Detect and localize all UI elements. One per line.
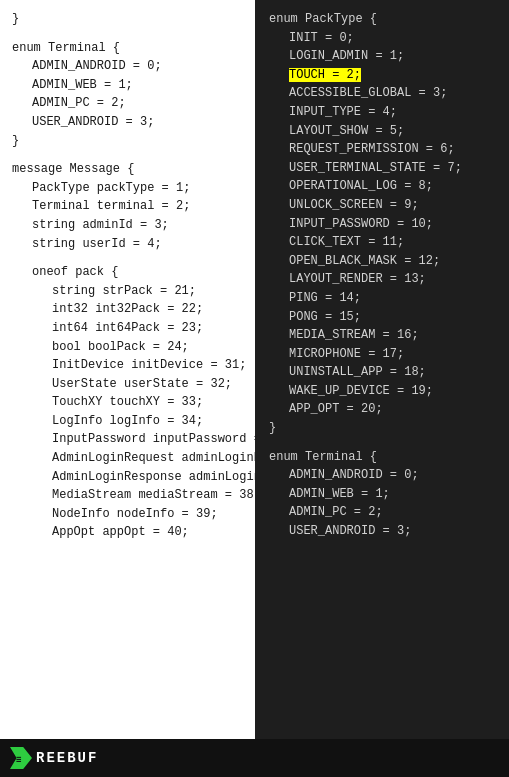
code-line: TouchXY touchXY = 33; [12,393,243,412]
code-line: bool boolPack = 24; [12,338,243,357]
main-container: }enum Terminal {ADMIN_ANDROID = 0;ADMIN_… [0,0,509,739]
code-line: AdminLoginResponse adminLoginResponse = … [12,468,243,487]
code-line: OPEN_BLACK_MASK = 12; [269,252,495,271]
code-empty-line [12,150,243,160]
code-line: message Message { [12,160,243,179]
logo-icon: ≡ [10,747,32,769]
brand-name: REEBUF [36,750,98,766]
code-line: string strPack = 21; [12,282,243,301]
code-line: AppOpt appOpt = 40; [12,523,243,542]
code-line: ADMIN_WEB = 1; [269,485,495,504]
footer-logo: ≡ REEBUF [10,747,98,769]
code-line: enum Terminal { [12,39,243,58]
code-line: } [12,10,243,29]
code-line: INPUT_TYPE = 4; [269,103,495,122]
code-line: PING = 14; [269,289,495,308]
footer: ≡ REEBUF [0,739,509,777]
code-line: TOUCH = 2; [269,66,495,85]
svg-text:≡: ≡ [16,754,22,764]
code-line: int64 int64Pack = 23; [12,319,243,338]
code-line: Terminal terminal = 2; [12,197,243,216]
highlighted-touch: TOUCH = 2; [289,68,361,82]
code-line: } [269,419,495,438]
code-line: } [12,132,243,151]
code-empty-line [269,438,495,448]
code-line: LAYOUT_SHOW = 5; [269,122,495,141]
code-line: USER_ANDROID = 3; [269,522,495,541]
code-line: CLICK_TEXT = 11; [269,233,495,252]
code-line: string userId = 4; [12,235,243,254]
code-empty-line [12,29,243,39]
code-line: string adminId = 3; [12,216,243,235]
code-line: InitDevice initDevice = 31; [12,356,243,375]
code-line: ADMIN_ANDROID = 0; [12,57,243,76]
code-line: MediaStream mediaStream = 38; [12,486,243,505]
code-line: WAKE_UP_DEVICE = 19; [269,382,495,401]
code-line: LogInfo logInfo = 34; [12,412,243,431]
code-line: LAYOUT_RENDER = 13; [269,270,495,289]
code-line: INPUT_PASSWORD = 10; [269,215,495,234]
code-empty-line [12,253,243,263]
code-line: PackType packType = 1; [12,179,243,198]
code-line: UserState userState = 32; [12,375,243,394]
code-line: MICROPHONE = 17; [269,345,495,364]
code-line: UNINSTALL_APP = 18; [269,363,495,382]
code-line: NodeInfo nodeInfo = 39; [12,505,243,524]
code-line: USER_ANDROID = 3; [12,113,243,132]
code-line: ADMIN_PC = 2; [269,503,495,522]
code-line: ADMIN_ANDROID = 0; [269,466,495,485]
code-line: PONG = 15; [269,308,495,327]
code-line: LOGIN_ADMIN = 1; [269,47,495,66]
code-line: enum Terminal { [269,448,495,467]
code-line: ADMIN_PC = 2; [12,94,243,113]
code-line: INIT = 0; [269,29,495,48]
code-line: ACCESSIBLE_GLOBAL = 3; [269,84,495,103]
code-line: enum PackType { [269,10,495,29]
code-line: APP_OPT = 20; [269,400,495,419]
code-line: MEDIA_STREAM = 16; [269,326,495,345]
code-line: oneof pack { [12,263,243,282]
code-line: InputPassword inputPassword = 35; [12,430,243,449]
code-line: UNLOCK_SCREEN = 9; [269,196,495,215]
right-panel: enum PackType {INIT = 0;LOGIN_ADMIN = 1;… [255,0,509,739]
code-line: OPERATIONAL_LOG = 8; [269,177,495,196]
left-panel: }enum Terminal {ADMIN_ANDROID = 0;ADMIN_… [0,0,255,739]
code-line: REQUEST_PERMISSION = 6; [269,140,495,159]
code-line: AdminLoginRequest adminLoginRequest = 36… [12,449,243,468]
code-line: ADMIN_WEB = 1; [12,76,243,95]
code-line: USER_TERMINAL_STATE = 7; [269,159,495,178]
code-line: int32 int32Pack = 22; [12,300,243,319]
